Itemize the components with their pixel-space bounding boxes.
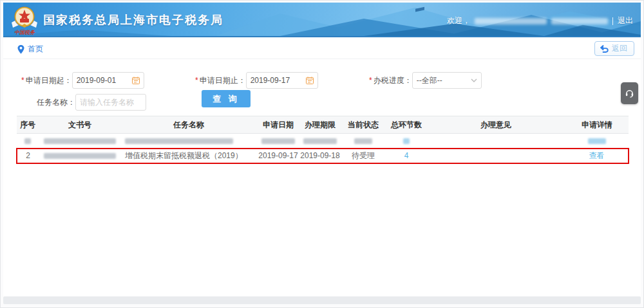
back-arrow-icon bbox=[600, 45, 609, 53]
cell-steps bbox=[386, 134, 426, 149]
cell-opinion bbox=[426, 134, 565, 149]
col-task-name: 任务名称 bbox=[121, 116, 256, 134]
page-bottom-strip bbox=[3, 296, 641, 304]
redacted-text bbox=[44, 153, 116, 159]
results-table: 序号文书号任务名称申请日期办理期限当前状态总环节数办理意见申请详情 2增值税期末… bbox=[16, 116, 629, 164]
task-name-label: 任务名称： bbox=[37, 97, 75, 108]
calendar-icon[interactable] bbox=[132, 77, 140, 84]
headset-icon bbox=[625, 89, 634, 98]
back-button-label: 返回 bbox=[612, 43, 627, 54]
calendar-icon[interactable] bbox=[306, 77, 314, 84]
cell-text: 增值税期末留抵税额退税（2019） bbox=[125, 151, 243, 160]
steps-count-link[interactable]: 4 bbox=[404, 151, 409, 160]
redacted-text bbox=[125, 138, 233, 144]
cell-apply-date bbox=[256, 134, 300, 149]
required-asterisk: * bbox=[369, 76, 372, 85]
table-row bbox=[17, 134, 629, 149]
cell-task-name: 增值税期末留抵税额退税（2019） bbox=[121, 149, 256, 163]
query-form: *申请日期起： 2019-09-01 *申请日期止： 201 bbox=[3, 64, 641, 114]
chevron-down-icon bbox=[471, 78, 477, 82]
date-end-label: *申请日期止： bbox=[195, 75, 246, 86]
progress-selected-value: --全部-- bbox=[417, 75, 442, 86]
progress-select[interactable]: --全部-- bbox=[412, 72, 482, 89]
breadcrumb-bar: 首页 返回 bbox=[3, 39, 641, 59]
customer-service-button[interactable] bbox=[621, 82, 638, 104]
task-name-group: 任务名称： 请输入任务名称 bbox=[37, 94, 146, 111]
col-apply-date: 申请日期 bbox=[256, 116, 300, 134]
cell-opinion bbox=[426, 149, 565, 163]
col-detail: 申请详情 bbox=[565, 116, 629, 134]
col-steps: 总环节数 bbox=[386, 116, 426, 134]
date-start-label: *申请日期起： bbox=[21, 75, 72, 86]
top-banner: 中国税务 国家税务总局上海市电子税务局 欢迎， 退出 bbox=[3, 3, 641, 37]
col-opinion: 办理意见 bbox=[426, 116, 565, 134]
page-canvas: 中国税务 国家税务总局上海市电子税务局 欢迎， 退出 首页 bbox=[0, 0, 644, 308]
cell-text: 2019-09-17 bbox=[258, 151, 298, 160]
col-doc-no: 文书号 bbox=[39, 116, 121, 134]
required-asterisk: * bbox=[195, 76, 198, 85]
back-button[interactable]: 返回 bbox=[594, 41, 634, 56]
date-start-input[interactable]: 2019-09-01 bbox=[72, 72, 144, 89]
redacted-text bbox=[303, 138, 337, 144]
welcome-divider bbox=[612, 17, 613, 25]
location-pin-icon bbox=[17, 45, 24, 54]
date-start-value: 2019-09-01 bbox=[77, 76, 116, 85]
task-name-input[interactable]: 请输入任务名称 bbox=[75, 94, 146, 111]
redacted-text bbox=[403, 138, 410, 144]
main-page: 中国税务 国家税务总局上海市电子税务局 欢迎， 退出 首页 bbox=[3, 3, 641, 299]
cell-detail[interactable]: 查看 bbox=[565, 149, 629, 163]
required-asterisk: * bbox=[21, 76, 24, 85]
date-end-value: 2019-09-17 bbox=[251, 76, 290, 85]
progress-group: *办税进度： --全部-- bbox=[369, 72, 482, 89]
cell-text: 2019-09-18 bbox=[300, 151, 339, 160]
redacted-taxpayer-id bbox=[551, 18, 608, 24]
breadcrumb[interactable]: 首页 bbox=[17, 44, 43, 55]
cell-doc-no bbox=[39, 134, 121, 149]
cell-apply-date: 2019-09-17 bbox=[256, 149, 300, 163]
cell-deadline: 2019-09-18 bbox=[300, 149, 340, 163]
cell-text: 待受理 bbox=[352, 151, 375, 160]
cell-seq bbox=[17, 134, 39, 149]
col-deadline: 办理期限 bbox=[300, 116, 340, 134]
cell-seq: 2 bbox=[17, 149, 39, 163]
cell-task-name bbox=[121, 134, 256, 149]
redacted-text bbox=[354, 138, 372, 144]
breadcrumb-home-label: 首页 bbox=[28, 44, 43, 55]
table-body: 2增值税期末留抵税额退税（2019）2019-09-172019-09-18待受… bbox=[17, 134, 629, 163]
col-status: 当前状态 bbox=[340, 116, 386, 134]
date-end-group: *申请日期止： 2019-09-17 bbox=[195, 72, 318, 89]
cell-status: 待受理 bbox=[340, 149, 386, 163]
task-name-placeholder: 请输入任务名称 bbox=[80, 97, 134, 108]
cell-deadline bbox=[300, 134, 340, 149]
search-button[interactable]: 查 询 bbox=[202, 90, 251, 107]
cell-text: 2 bbox=[26, 151, 30, 160]
date-end-input[interactable]: 2019-09-17 bbox=[246, 72, 318, 89]
cell-detail bbox=[565, 134, 629, 149]
table-row: 2增值税期末留抵税额退税（2019）2019-09-172019-09-18待受… bbox=[17, 149, 629, 163]
view-detail-link[interactable]: 查看 bbox=[589, 151, 605, 160]
redacted-text bbox=[24, 138, 31, 144]
cell-status bbox=[340, 134, 386, 149]
welcome-area: 欢迎， 退出 bbox=[447, 15, 633, 26]
progress-label: *办税进度： bbox=[369, 75, 412, 86]
site-title: 国家税务总局上海市电子税务局 bbox=[43, 12, 223, 28]
date-start-group: *申请日期起： 2019-09-01 bbox=[21, 72, 144, 89]
svg-text:中国税务: 中国税务 bbox=[14, 30, 35, 35]
welcome-prefix: 欢迎， bbox=[447, 15, 470, 26]
cell-doc-no bbox=[39, 149, 121, 163]
redacted-username bbox=[475, 18, 547, 24]
redacted-text bbox=[588, 138, 606, 144]
cell-steps[interactable]: 4 bbox=[386, 149, 426, 163]
redacted-text bbox=[261, 138, 295, 144]
table-header-row: 序号文书号任务名称申请日期办理期限当前状态总环节数办理意见申请详情 bbox=[17, 116, 629, 134]
col-seq: 序号 bbox=[17, 116, 39, 134]
logout-button[interactable]: 退出 bbox=[618, 15, 633, 26]
redacted-text bbox=[44, 138, 116, 144]
tax-emblem-logo: 中国税务 bbox=[10, 5, 39, 37]
